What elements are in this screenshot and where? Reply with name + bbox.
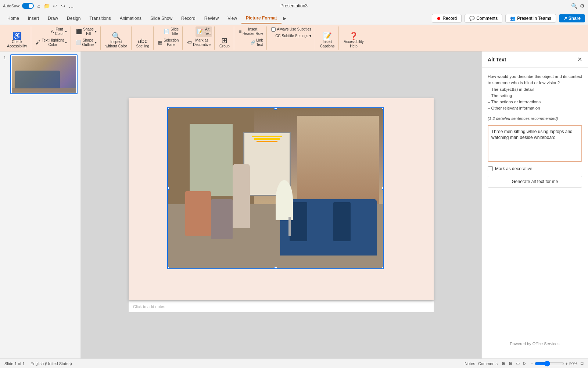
alt-text-panel: Alt Text ✕ How would you describe this o…	[481, 51, 588, 358]
shape-outline-button[interactable]: ⬜ Shape Outline ▾	[74, 37, 98, 48]
close-alt-text-button[interactable]: ✕	[577, 56, 582, 63]
captions-group: 📝 Insert Captions	[316, 26, 339, 50]
language-label: English (United States)	[31, 361, 72, 366]
tab-home[interactable]: Home	[3, 14, 24, 23]
tab-transitions[interactable]: Transitions	[85, 14, 115, 23]
handle-bottom-right[interactable]	[382, 267, 384, 269]
comments-button[interactable]: 💬 Comments	[465, 14, 502, 23]
undo-icon[interactable]: ↩	[52, 3, 58, 9]
slide-thumbnail-container: 1	[10, 54, 78, 94]
link-text-button[interactable]: 🔗 Link Text	[249, 37, 264, 48]
inspect-without-color-button[interactable]: 🔍 Inspect without Color	[104, 31, 129, 50]
color-group: A Font Color ▾ 🖊 Text Highlight Color ▾	[32, 26, 71, 50]
present-in-teams-button[interactable]: 👥 Present in Teams	[505, 14, 556, 23]
generate-alt-text-button[interactable]: Generate alt text for me	[488, 176, 582, 187]
autosave-label: AutoSave	[3, 4, 21, 8]
lamp-stand	[288, 217, 291, 236]
subtitle-settings-button[interactable]: CC Subtitle Settings ▾	[274, 33, 313, 39]
handle-bottom-left[interactable]	[167, 267, 169, 269]
alt-text-icon: 📝	[197, 29, 203, 35]
link-text-icon: 🔗	[251, 40, 255, 45]
shape-fill-button[interactable]: ⬛ Shape Fill ▾	[75, 26, 98, 37]
alt-text-textarea[interactable]	[488, 125, 582, 162]
tab-animations[interactable]: Animations	[115, 14, 146, 23]
handle-middle-right[interactable]	[382, 187, 384, 190]
slideshow-view-button[interactable]: ▷	[522, 360, 528, 367]
normal-view-button[interactable]: ⊞	[501, 360, 507, 367]
fit-to-window-button[interactable]: ⊡	[580, 361, 584, 366]
spelling-button[interactable]: abc Spelling	[135, 37, 151, 50]
alt-text-button[interactable]: 📝 Alt Text	[196, 26, 212, 37]
zoom-level-label: 90%	[569, 361, 577, 366]
open-icon[interactable]: 📁	[44, 3, 50, 9]
comment-icon: 💬	[469, 16, 475, 21]
grid-view-button[interactable]: ⊟	[508, 360, 514, 367]
dropdown-icon4: ▾	[95, 40, 97, 45]
tab-insert[interactable]: Insert	[24, 14, 43, 23]
reading-view-button[interactable]: ▭	[514, 360, 521, 367]
always-use-subtitles-checkbox[interactable]: Always Use Subtitles	[270, 26, 312, 32]
selection-pane-button[interactable]: ▦ Selection Pane	[157, 37, 180, 48]
autosave-toggle[interactable]: AutoSave	[3, 3, 34, 9]
tab-review[interactable]: Review	[200, 14, 223, 23]
handle-top-left[interactable]	[167, 107, 169, 110]
autosave-toggle-pill[interactable]	[22, 3, 34, 9]
search-icon[interactable]: 🔍	[571, 3, 577, 9]
spelling-icon: abc	[138, 38, 147, 44]
slide-title-group: 📄 Slide Title ▦ Selection Pane	[154, 26, 183, 50]
tab-picture-format[interactable]: Picture Format	[241, 13, 282, 24]
share-button[interactable]: ↗ Share	[559, 14, 585, 22]
handle-top-center[interactable]	[274, 107, 277, 110]
alt-text-group: 📝 Alt Text 🏷 Mark as Decorative	[183, 26, 215, 50]
comments-status-button[interactable]: Comments	[478, 361, 498, 366]
tab-view[interactable]: View	[223, 14, 241, 23]
mark-as-decorative-label: Mark as decorative	[495, 166, 532, 171]
notes-button[interactable]: Notes	[465, 361, 475, 366]
accessibility-icon: ♿	[12, 32, 22, 40]
check-accessibility-button[interactable]: ♿ Check Accessibility	[5, 31, 29, 50]
redo-icon[interactable]: ↪	[60, 3, 66, 9]
subtitles-checkbox-input[interactable]	[271, 27, 276, 32]
slide-number: 1	[4, 56, 6, 60]
dropdown-icon3: ▾	[95, 29, 97, 34]
zoom-slider[interactable]	[535, 361, 564, 367]
slide-thumbnail[interactable]	[10, 54, 78, 94]
slide-canvas	[129, 98, 434, 300]
tab-record[interactable]: Record	[177, 14, 200, 23]
record-button[interactable]: ⏺ Record	[432, 14, 462, 23]
shape-fill-icon: ⬛	[76, 29, 82, 35]
text-highlight-color-button[interactable]: 🖊 Text Highlight Color ▾	[34, 37, 68, 48]
dropdown-icon5: ▾	[309, 34, 311, 38]
spelling-group: abc Spelling	[132, 26, 154, 50]
home-icon[interactable]: ⌂	[36, 3, 42, 9]
font-color-button[interactable]: A Font Color ▾	[49, 26, 68, 37]
dropdown-icon2: ▾	[65, 40, 67, 45]
window	[190, 124, 233, 196]
handle-bottom-center[interactable]	[274, 267, 277, 269]
settings-icon[interactable]: ⚙	[579, 3, 585, 9]
more-icon[interactable]: …	[68, 3, 74, 9]
group-button[interactable]: ⊞ Group	[218, 36, 232, 50]
tab-draw[interactable]: Draw	[43, 14, 62, 23]
slide-title-button[interactable]: 📄 Slide Title	[162, 26, 180, 37]
insert-captions-button[interactable]: 📝 Insert Captions	[318, 31, 336, 50]
window-title: Presentation3	[198, 3, 390, 8]
more-tabs-icon[interactable]: ▶	[283, 16, 286, 21]
tab-slide-show[interactable]: Slide Show	[146, 14, 177, 23]
person-standing	[233, 164, 250, 228]
accessibility-help-button[interactable]: ❓ Accessibility Help	[342, 31, 365, 50]
handle-middle-left[interactable]	[167, 187, 169, 190]
selected-image[interactable]	[167, 107, 384, 269]
notes-bar[interactable]: Click to add notes	[129, 301, 434, 312]
insert-header-row-button[interactable]: ⊞ Insert Header Row	[237, 26, 265, 37]
dropdown-icon: ▾	[65, 29, 67, 34]
zoom-out-button[interactable]: −	[531, 361, 533, 366]
zoom-in-button[interactable]: +	[566, 361, 568, 366]
handle-top-right[interactable]	[382, 107, 384, 110]
mark-as-decorative-row: Mark as decorative	[488, 166, 582, 171]
captions-icon: 📝	[323, 32, 332, 40]
mark-as-decorative-button[interactable]: 🏷 Mark as Decorative	[186, 37, 212, 48]
inspect-icon: 🔍	[112, 32, 121, 40]
tab-design[interactable]: Design	[62, 14, 85, 23]
mark-as-decorative-checkbox[interactable]	[488, 166, 493, 171]
